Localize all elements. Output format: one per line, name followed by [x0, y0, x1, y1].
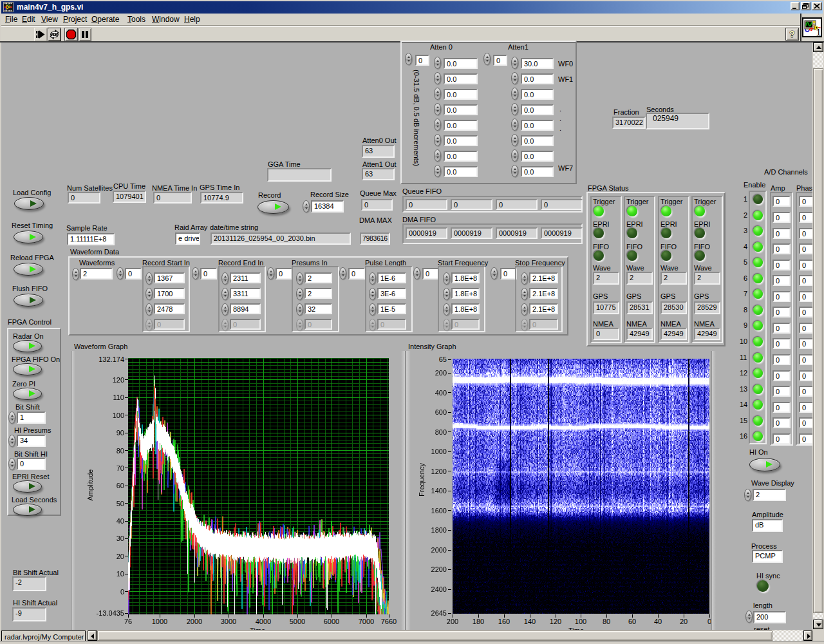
svg-text:1: 1 — [816, 27, 821, 36]
svg-text:?: ? — [789, 29, 795, 39]
